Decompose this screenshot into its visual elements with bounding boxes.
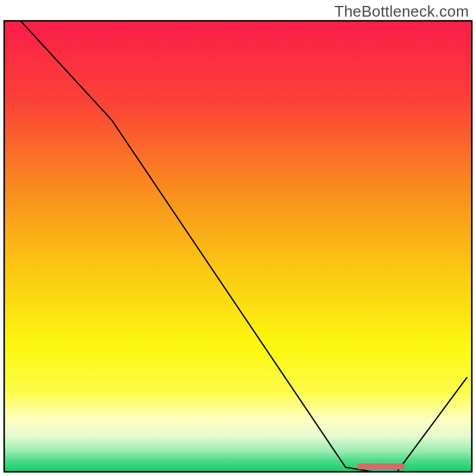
plot-background xyxy=(4,21,472,472)
watermark-text: TheBottleneck.com xyxy=(334,2,469,21)
bottleneck-chart xyxy=(0,0,476,476)
chart-container: TheBottleneck.com xyxy=(0,0,476,476)
